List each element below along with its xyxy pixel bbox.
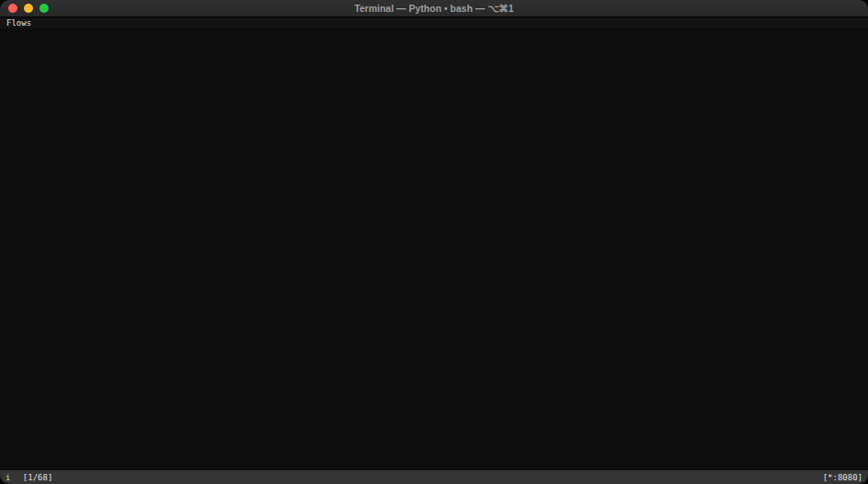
close-button[interactable] [8,4,17,13]
flows-tab-label: Flows [6,18,31,28]
window-title: Terminal — Python • bash — ⌥⌘1 [0,3,868,14]
zoom-button[interactable] [39,4,49,13]
flow-list[interactable] [0,28,868,470]
proxy-listen-address: [*:8080] [823,473,862,482]
title-bar: Terminal — Python • bash — ⌥⌘1 [0,0,868,17]
statusbar-left: i [1/68] [6,473,52,482]
statusbar-flag: i [6,473,10,482]
status-bar: i [1/68] [*:8080] [0,470,868,484]
terminal-window: Terminal — Python • bash — ⌥⌘1 Flows i [… [0,0,868,484]
minimize-button[interactable] [24,4,33,13]
statusbar-right: [*:8080] [823,473,862,482]
flow-position-indicator: [1/68] [23,473,53,482]
window-controls [8,4,49,13]
